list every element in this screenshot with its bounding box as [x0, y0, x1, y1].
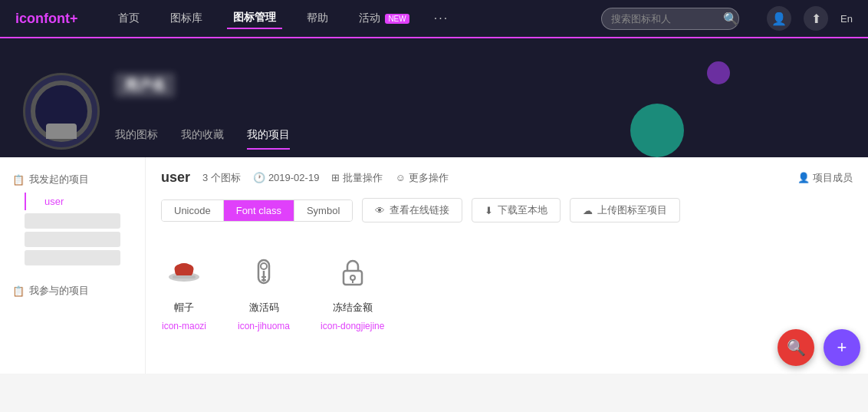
decor-teal-circle [630, 104, 684, 157]
profile-banner: 用户名 我的图标 我的收藏 我的项目 [0, 38, 868, 157]
svg-point-9 [350, 275, 355, 280]
search-input[interactable] [611, 13, 718, 25]
icon-name-en-activation: icon-jihuoma [238, 321, 290, 331]
project-joined-icon: 📋 [12, 285, 25, 297]
upload-button[interactable]: ☁ 上传图标至项目 [570, 198, 680, 222]
unicode-button[interactable]: Unicode [162, 200, 224, 221]
avatar [23, 73, 100, 150]
nav-item-home[interactable]: 首页 [112, 8, 146, 28]
float-search-button[interactable]: 🔍 [778, 329, 814, 366]
project-count: 3 个图标 [202, 171, 241, 185]
icon-item-lock[interactable]: 冻结金额 icon-dongjiejine [321, 249, 384, 331]
sidebar: 📋 我发起的项目 user 📋 我参与的项目 [0, 157, 146, 374]
sidebar-section-my-projects: 📋 我发起的项目 user [0, 170, 145, 272]
user-avatar-icon[interactable]: 👤 [767, 6, 791, 31]
top-navigation: iconfont+ 首页 图标库 图标管理 帮助 活动 NEW ··· 🔍 👤 … [0, 0, 868, 38]
font-class-button[interactable]: Font class [224, 200, 294, 221]
icon-item-activation[interactable]: 激活码 icon-jihuoma [238, 249, 290, 331]
format-button-group: Unicode Font class Symbol [161, 199, 353, 222]
view-link-icon: 👁 [375, 205, 385, 216]
lock-icon [330, 249, 376, 295]
tab-my-projects[interactable]: 我的项目 [247, 128, 290, 150]
project-icon: 📋 [12, 174, 25, 186]
download-icon: ⬇ [485, 205, 493, 216]
profile-name: 用户名 [115, 73, 175, 97]
icon-name-en-lock: icon-dongjiejine [321, 321, 384, 331]
nav-item-help[interactable]: 帮助 [301, 8, 334, 28]
nav-item-manage[interactable]: 图标管理 [227, 8, 282, 29]
batch-action[interactable]: ⊞ 批量操作 [331, 171, 383, 185]
svg-point-4 [261, 263, 267, 269]
view-link-button[interactable]: 👁 查看在线链接 [362, 198, 462, 222]
profile-info: 用户名 我的图标 我的收藏 我的项目 [115, 73, 845, 157]
key-icon [241, 249, 287, 295]
profile-tabs: 我的图标 我的收藏 我的项目 [115, 128, 845, 150]
new-badge: NEW [385, 14, 409, 24]
upload-icon[interactable]: ⬆ [804, 6, 828, 31]
icon-name-zh-activation: 激活码 [249, 301, 279, 315]
content-area: user 3 个图标 🕐 2019-02-19 ⊞ 批量操作 ☺ 更多操作 👤 … [146, 157, 868, 374]
sidebar-placeholder-2 [25, 232, 120, 247]
project-members[interactable]: 👤 项目成员 [797, 171, 853, 185]
decor-purple-circle [707, 61, 730, 84]
nav-item-library[interactable]: 图标库 [164, 8, 209, 28]
symbol-button[interactable]: Symbol [294, 200, 352, 221]
project-title: user [161, 170, 190, 186]
float-add-button[interactable]: + [824, 329, 860, 366]
site-logo[interactable]: iconfont+ [15, 11, 78, 27]
sidebar-section-joined: 📋 我参与的项目 [0, 272, 145, 307]
search-icon: 🔍 [723, 12, 738, 26]
nav-more[interactable]: ··· [434, 12, 449, 25]
hat-icon [161, 249, 207, 295]
project-date: 🕐 2019-02-19 [253, 172, 320, 183]
button-row: Unicode Font class Symbol 👁 查看在线链接 ⬇ 下载至… [161, 198, 853, 222]
search-bar: 🔍 [601, 8, 739, 30]
sidebar-section-title-initiated[interactable]: 📋 我发起的项目 [12, 173, 133, 186]
icon-name-en-hat: icon-maozi [162, 321, 206, 331]
nav-item-activity[interactable]: 活动 NEW [353, 8, 416, 28]
nav-user-icons: 👤 ⬆ En [767, 6, 853, 31]
tab-my-icons[interactable]: 我的图标 [115, 128, 158, 150]
language-switch[interactable]: En [840, 13, 853, 25]
members-icon: 👤 [797, 172, 810, 183]
svg-rect-2 [173, 275, 196, 279]
avatar-image [31, 81, 92, 142]
tab-my-collections[interactable]: 我的收藏 [181, 128, 224, 150]
batch-icon: ⊞ [331, 172, 340, 183]
icon-name-zh-hat: 帽子 [174, 301, 194, 315]
more-icon: ☺ [395, 172, 405, 183]
download-button[interactable]: ⬇ 下载至本地 [472, 198, 561, 222]
icon-name-zh-lock: 冻结金额 [333, 301, 373, 315]
sidebar-placeholder-3 [25, 250, 120, 265]
more-action[interactable]: ☺ 更多操作 [395, 171, 448, 185]
icon-item-hat[interactable]: 帽子 icon-maozi [161, 249, 207, 331]
main-content: 📋 我发起的项目 user 📋 我参与的项目 user 3 个图标 🕐 2019… [0, 157, 868, 374]
sidebar-section-title-joined[interactable]: 📋 我参与的项目 [12, 284, 133, 298]
sidebar-placeholder-1 [25, 213, 120, 229]
sidebar-item-user[interactable]: user [25, 193, 133, 210]
icons-grid: 帽子 icon-maozi 激活码 icon-jihuoma [161, 241, 853, 339]
project-header: user 3 个图标 🕐 2019-02-19 ⊞ 批量操作 ☺ 更多操作 👤 … [161, 170, 853, 186]
date-icon: 🕐 [253, 172, 265, 183]
upload-cloud-icon: ☁ [583, 205, 593, 216]
